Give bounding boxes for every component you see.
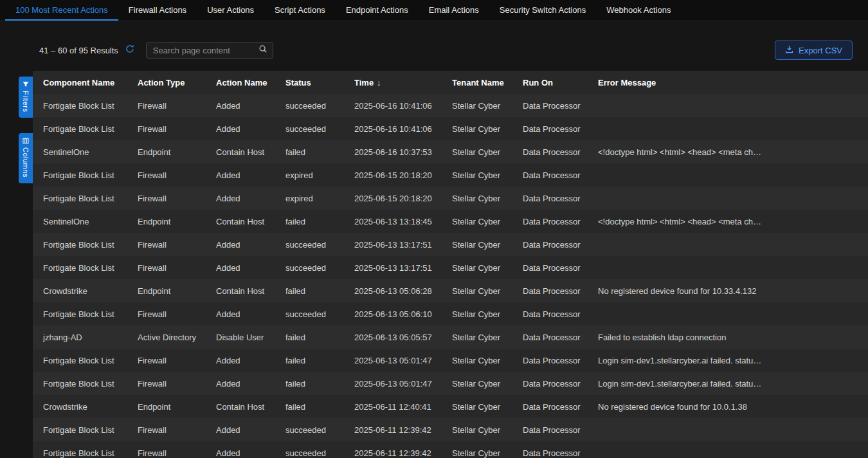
cell-tenant-name: Stellar Cyber xyxy=(452,402,523,412)
table-row[interactable]: Fortigate Block ListFirewallAddedsucceed… xyxy=(33,302,868,325)
cell-component-name: jzhang-AD xyxy=(33,333,138,342)
tab-user-actions[interactable]: User Actions xyxy=(197,0,264,21)
search-icon[interactable] xyxy=(258,44,267,56)
cell-status: failed xyxy=(285,379,354,389)
cell-status: succeeded xyxy=(285,263,354,273)
cell-action-type: Firewall xyxy=(138,170,216,180)
tab-bar: 100 Most Recent ActionsFirewall ActionsU… xyxy=(0,0,868,21)
cell-status: expired xyxy=(285,194,354,203)
cell-tenant-name: Stellar Cyber xyxy=(452,170,523,180)
refresh-icon xyxy=(125,44,134,56)
table-row[interactable]: CrowdstrikeEndpointContain Hostfailed202… xyxy=(33,395,868,418)
cell-status: expired xyxy=(285,170,354,180)
cell-time: 2025-06-13 05:01:47 xyxy=(354,379,452,389)
table-row[interactable]: jzhang-ADActive DirectoryDisable Userfai… xyxy=(33,325,868,349)
table-row[interactable]: CrowdstrikeEndpointContain Hostfailed202… xyxy=(33,279,868,302)
side-tabs: FiltersColumns xyxy=(19,71,33,183)
cell-action-type: Endpoint xyxy=(138,217,216,226)
col-header-status[interactable]: Status xyxy=(285,78,354,87)
cell-run-on: Data Processor xyxy=(523,101,598,111)
col-header-action-type[interactable]: Action Type xyxy=(138,78,216,87)
cell-tenant-name: Stellar Cyber xyxy=(452,379,523,389)
table-row[interactable]: Fortigate Block ListFirewallAddedsucceed… xyxy=(33,233,868,256)
table-row[interactable]: Fortigate Block ListFirewallAddedsucceed… xyxy=(33,418,868,441)
search-input[interactable] xyxy=(152,45,258,56)
cell-action-type: Firewall xyxy=(138,448,216,458)
download-icon xyxy=(785,45,793,55)
results-count: 41 – 60 of 95 Results xyxy=(39,46,118,55)
cell-time: 2025-06-15 20:18:20 xyxy=(354,170,452,180)
cell-status: failed xyxy=(285,286,354,296)
cell-run-on: Data Processor xyxy=(523,402,598,412)
search-box xyxy=(146,42,273,59)
tab-endpoint-actions[interactable]: Endpoint Actions xyxy=(336,0,419,21)
cell-tenant-name: Stellar Cyber xyxy=(452,217,523,226)
cell-action-name: Added xyxy=(216,240,285,250)
cell-component-name: Crowdstrike xyxy=(33,402,138,412)
cell-action-name: Disable User xyxy=(216,333,285,342)
table-row[interactable]: Fortigate Block ListFirewallAddedexpired… xyxy=(33,163,868,187)
col-header-tenant-name[interactable]: Tenant Name xyxy=(452,78,523,87)
arrow-down-icon: ↓ xyxy=(377,78,381,87)
col-header-run-on[interactable]: Run On xyxy=(523,78,598,87)
tab-script-actions[interactable]: Script Actions xyxy=(264,0,336,21)
cell-action-type: Firewall xyxy=(138,240,216,250)
cell-error-message: No registered device found for 10.33.4.1… xyxy=(598,286,868,296)
cell-component-name: Fortigate Block List xyxy=(33,170,138,180)
table-row[interactable]: Fortigate Block ListFirewallAddedfailed2… xyxy=(33,372,868,395)
cell-tenant-name: Stellar Cyber xyxy=(452,425,523,435)
table-row[interactable]: Fortigate Block ListFirewallAddedsucceed… xyxy=(33,94,868,117)
cell-time: 2025-06-13 13:17:51 xyxy=(354,240,452,250)
tab-email-actions[interactable]: Email Actions xyxy=(419,0,489,21)
cell-status: succeeded xyxy=(285,101,354,111)
table-row[interactable]: Fortigate Block ListFirewallAddedfailed2… xyxy=(33,349,868,372)
cell-run-on: Data Processor xyxy=(523,333,598,342)
cell-action-name: Added xyxy=(216,124,285,134)
col-header-time[interactable]: Time↓ xyxy=(354,78,452,87)
col-header-component-name[interactable]: Component Name xyxy=(33,78,138,87)
tab-100-most-recent-actions[interactable]: 100 Most Recent Actions xyxy=(5,0,118,21)
cell-run-on: Data Processor xyxy=(523,448,598,458)
col-header-action-name[interactable]: Action Name xyxy=(216,78,285,87)
cell-run-on: Data Processor xyxy=(523,356,598,365)
table-row[interactable]: Fortigate Block ListFirewallAddedsucceed… xyxy=(33,441,868,458)
cell-error-message: No registered device found for 10.0.1.38 xyxy=(598,402,868,412)
filter-icon xyxy=(23,81,29,87)
refresh-button[interactable] xyxy=(125,44,134,56)
table-row[interactable]: Fortigate Block ListFirewallAddedsucceed… xyxy=(33,117,868,140)
cell-action-name: Added xyxy=(216,356,285,365)
cell-action-type: Firewall xyxy=(138,263,216,273)
cell-run-on: Data Processor xyxy=(523,286,598,296)
cell-time: 2025-06-13 13:18:45 xyxy=(354,217,452,226)
table-row[interactable]: SentinelOneEndpointContain Hostfailed202… xyxy=(33,140,868,163)
cell-status: failed xyxy=(285,402,354,412)
cell-run-on: Data Processor xyxy=(523,379,598,389)
cell-time: 2025-06-13 05:06:28 xyxy=(354,286,452,296)
cell-status: failed xyxy=(285,333,354,342)
cell-action-name: Added xyxy=(216,448,285,458)
table-row[interactable]: SentinelOneEndpointContain Hostfailed202… xyxy=(33,210,868,233)
tab-webhook-actions[interactable]: Webhook Actions xyxy=(596,0,681,21)
cell-time: 2025-06-16 10:41:06 xyxy=(354,124,452,134)
cell-tenant-name: Stellar Cyber xyxy=(452,194,523,203)
cell-run-on: Data Processor xyxy=(523,240,598,250)
cell-component-name: Fortigate Block List xyxy=(33,379,138,389)
cell-time: 2025-06-13 05:06:10 xyxy=(354,309,452,319)
cell-status: succeeded xyxy=(285,124,354,134)
cell-error-message: Failed to establish ldap connection xyxy=(598,333,868,342)
side-tab-filters[interactable]: Filters xyxy=(19,77,33,118)
table-row[interactable]: Fortigate Block ListFirewallAddedexpired… xyxy=(33,187,868,210)
cell-action-name: Contain Host xyxy=(216,217,285,226)
cell-action-type: Firewall xyxy=(138,101,216,111)
side-tab-columns[interactable]: Columns xyxy=(19,133,33,183)
tab-firewall-actions[interactable]: Firewall Actions xyxy=(118,0,197,21)
cell-run-on: Data Processor xyxy=(523,217,598,226)
cell-action-name: Added xyxy=(216,170,285,180)
cell-tenant-name: Stellar Cyber xyxy=(452,356,523,365)
cell-action-name: Added xyxy=(216,263,285,273)
tab-security-switch-actions[interactable]: Security Switch Actions xyxy=(489,0,596,21)
cell-status: succeeded xyxy=(285,448,354,458)
col-header-error-message[interactable]: Error Message xyxy=(598,78,868,87)
export-csv-button[interactable]: Export CSV xyxy=(775,41,853,60)
table-row[interactable]: Fortigate Block ListFirewallAddedsucceed… xyxy=(33,256,868,279)
